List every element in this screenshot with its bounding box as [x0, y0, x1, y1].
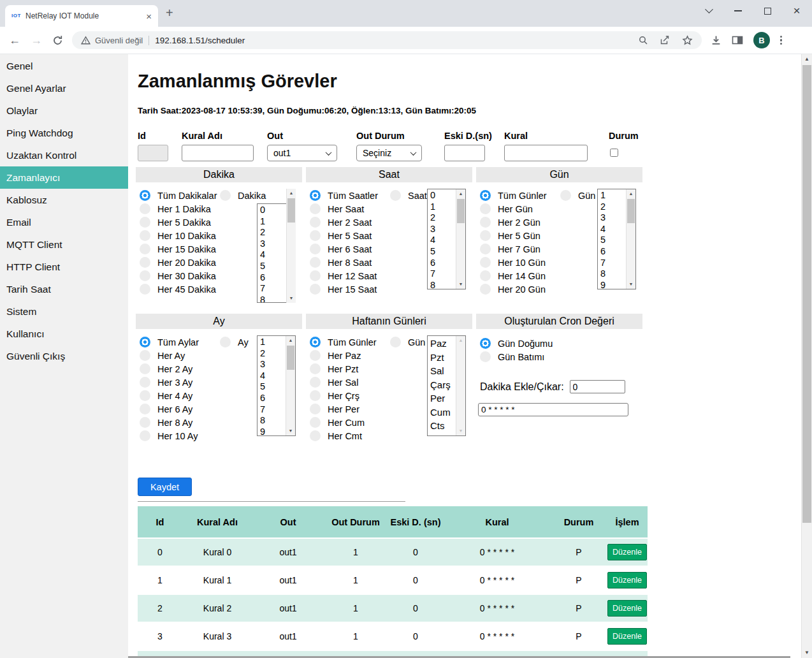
hour-list-item-3[interactable]: 3: [430, 224, 455, 235]
sidebar-item-zamanlay-c-[interactable]: Zamanlayıcı: [0, 166, 128, 189]
sidebar-item-mqtt-client[interactable]: MQTT Client: [0, 233, 128, 256]
day-list-item-4[interactable]: 4: [600, 224, 625, 235]
weekday-list-item-Çarş[interactable]: Çarş: [430, 378, 455, 392]
scroll-up-icon[interactable]: ▲: [456, 336, 465, 345]
hour-list-radio[interactable]: [390, 190, 401, 201]
hour-radio-0[interactable]: [310, 190, 321, 201]
out-state-select[interactable]: Seçiniz: [356, 145, 422, 161]
old-duration-field[interactable]: [444, 145, 485, 161]
minute-radio-2[interactable]: [140, 217, 150, 228]
day-list-item-9[interactable]: 9: [600, 280, 625, 289]
month-radio-3[interactable]: [140, 377, 150, 388]
sidebar-item-kablosuz[interactable]: Kablosuz: [0, 189, 128, 211]
day-list-radio[interactable]: [560, 190, 571, 201]
month-listbox-scrollbar[interactable]: ▲ ▼: [286, 336, 295, 435]
minute-radio-5[interactable]: [140, 257, 150, 268]
day-list-item-5[interactable]: 5: [600, 235, 625, 246]
out-select[interactable]: out1: [267, 145, 337, 161]
sidebar-item-genel[interactable]: Genel: [0, 55, 128, 77]
edit-button[interactable]: Düzenle: [607, 600, 647, 617]
cron-value-field[interactable]: [478, 403, 628, 416]
weekday-list-item-Pzt[interactable]: Pzt: [430, 351, 455, 365]
new-tab-icon[interactable]: +: [166, 6, 173, 19]
month-list-radio[interactable]: [220, 337, 231, 347]
reload-icon[interactable]: [52, 35, 63, 46]
day-radio-7[interactable]: [480, 284, 491, 295]
minute-list-radio[interactable]: [220, 190, 231, 201]
state-checkbox[interactable]: [610, 149, 618, 157]
hour-radio-7[interactable]: [310, 284, 321, 295]
weekday-list-item-Sal[interactable]: Sal: [430, 364, 455, 378]
weekday-radio-4[interactable]: [310, 390, 321, 401]
hour-radio-6[interactable]: [310, 270, 321, 281]
hour-list-item-7[interactable]: 7: [430, 268, 455, 280]
search-icon[interactable]: [638, 35, 648, 45]
vertical-scrollbar[interactable]: ▲ ▼: [801, 54, 812, 658]
scroll-down-icon[interactable]: ▼: [287, 294, 296, 303]
hour-list-item-5[interactable]: 5: [430, 246, 455, 258]
hour-radio-5[interactable]: [310, 257, 321, 268]
scrollbar-thumb[interactable]: [287, 203, 295, 223]
minute-radio-1[interactable]: [140, 203, 150, 214]
scrollbar-thumb[interactable]: [457, 199, 465, 223]
day-listbox[interactable]: 12345678910 ▲ ▼: [597, 189, 636, 289]
month-radio-7[interactable]: [140, 430, 150, 441]
hour-list-item-1[interactable]: 1: [430, 201, 455, 213]
edit-button[interactable]: Düzenle: [607, 628, 647, 645]
browser-tab[interactable]: IOT NetRelay IOT Module ×: [5, 5, 158, 27]
day-listbox-scrollbar[interactable]: ▲ ▼: [626, 189, 635, 289]
day-list-item-2[interactable]: 2: [600, 201, 625, 213]
month-radio-1[interactable]: [140, 350, 150, 361]
weekday-listbox[interactable]: PazPztSalÇarşPerCumCts ▲ ▼: [427, 335, 466, 436]
back-icon[interactable]: ←: [9, 34, 20, 46]
day-radio-5[interactable]: [480, 257, 491, 268]
weekday-radio-1[interactable]: [310, 350, 321, 361]
minute-list-item-6[interactable]: 6: [260, 272, 285, 284]
minute-list-item-8[interactable]: 8: [260, 295, 285, 303]
weekday-list-item-Cts[interactable]: Cts: [430, 419, 455, 433]
scrollbar-thumb[interactable]: [287, 346, 294, 370]
month-radio-2[interactable]: [140, 363, 150, 374]
day-list-item-3[interactable]: 3: [600, 212, 625, 224]
bookmark-star-icon[interactable]: [682, 35, 693, 46]
hour-listbox[interactable]: 0123456789 ▲ ▼: [427, 189, 466, 289]
month-list-item-4[interactable]: 4: [260, 370, 285, 382]
weekday-radio-2[interactable]: [310, 363, 321, 374]
day-list-item-8[interactable]: 8: [600, 268, 625, 280]
scrollbar-thumb[interactable]: [627, 199, 635, 223]
scroll-down-icon[interactable]: ▼: [456, 280, 465, 289]
sidebar-item-genel-ayarlar[interactable]: Genel Ayarlar: [0, 77, 128, 99]
minute-radio-6[interactable]: [140, 270, 150, 281]
weekday-radio-7[interactable]: [310, 430, 321, 441]
weekday-radio-5[interactable]: [310, 404, 321, 414]
minimize-icon[interactable]: [733, 6, 743, 16]
side-panel-icon[interactable]: [732, 35, 743, 45]
minute-listbox-scrollbar[interactable]: ▲ ▼: [286, 203, 296, 303]
day-radio-3[interactable]: [480, 230, 491, 241]
month-listbox[interactable]: 12345678910 ▲ ▼: [257, 335, 296, 436]
minute-list-item-2[interactable]: 2: [260, 227, 285, 238]
download-icon[interactable]: [711, 35, 721, 46]
minute-list-item-3[interactable]: 3: [260, 238, 285, 250]
sunrise-radio[interactable]: [480, 338, 491, 349]
tab-close-icon[interactable]: ×: [146, 11, 152, 21]
weekday-listbox-scrollbar[interactable]: ▲ ▼: [456, 336, 465, 435]
maximize-icon[interactable]: [762, 6, 772, 16]
minute-listbox[interactable]: 0123456789 ▲ ▼: [257, 203, 296, 303]
rule-field[interactable]: [504, 145, 588, 161]
weekday-list-item-Per[interactable]: Per: [430, 391, 455, 406]
scroll-down-icon[interactable]: ▼: [802, 648, 812, 658]
sidebar-item-tarih-saat[interactable]: Tarih Saat: [0, 278, 128, 300]
hour-list-item-0[interactable]: 0: [430, 190, 455, 201]
scroll-down-icon[interactable]: ▼: [286, 427, 295, 435]
scroll-up-icon[interactable]: ▲: [456, 189, 465, 198]
scroll-up-icon[interactable]: ▲: [802, 54, 812, 64]
scroll-up-icon[interactable]: ▲: [286, 336, 295, 345]
minute-radio-0[interactable]: [140, 190, 150, 201]
day-radio-4[interactable]: [480, 244, 491, 254]
month-list-item-7[interactable]: 7: [260, 404, 285, 416]
day-radio-1[interactable]: [480, 203, 491, 214]
weekday-list-radio[interactable]: [390, 337, 401, 347]
minute-list-item-7[interactable]: 7: [260, 283, 285, 295]
scroll-down-icon[interactable]: ▼: [456, 427, 465, 435]
